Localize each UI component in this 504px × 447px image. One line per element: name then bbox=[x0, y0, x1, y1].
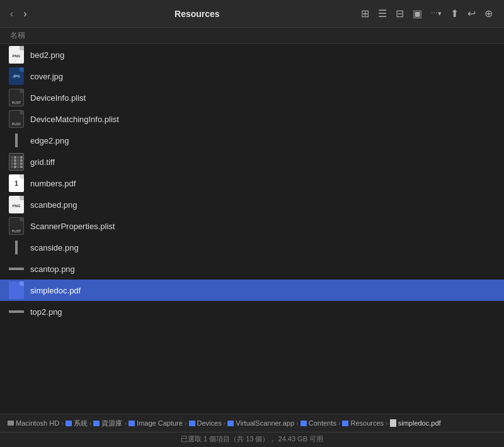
breadcrumb-item-icon bbox=[390, 419, 396, 427]
file-name: grid.tiff bbox=[30, 157, 55, 167]
file-row[interactable]: top2.png bbox=[0, 301, 504, 322]
breadcrumb-item-icon bbox=[8, 421, 14, 426]
list-view-icon[interactable]: ☰ bbox=[374, 5, 391, 22]
file-row[interactable]: 1numbers.pdf bbox=[0, 173, 504, 194]
breadcrumb-label: VirtualScanner.app bbox=[236, 419, 294, 427]
file-row[interactable]: PNGscanbed.png bbox=[0, 194, 504, 215]
file-list: PNGbed2.pngJPGcover.jpgPLISTDeviceInfo.p… bbox=[0, 44, 504, 414]
breadcrumb-separator: › bbox=[338, 419, 341, 427]
breadcrumb-label: Image Capture bbox=[137, 419, 183, 427]
breadcrumb-item-icon bbox=[227, 421, 234, 426]
grid-view-icon[interactable]: ⊞ bbox=[357, 5, 373, 22]
breadcrumb-separator: › bbox=[296, 419, 299, 427]
file-name: cover.jpg bbox=[30, 72, 63, 81]
file-icon-png: PNG bbox=[8, 46, 25, 64]
breadcrumb-item[interactable]: Resources bbox=[342, 419, 384, 427]
breadcrumb-item[interactable]: Image Capture bbox=[129, 419, 183, 427]
breadcrumb-item[interactable]: 系統 bbox=[66, 419, 88, 428]
breadcrumb-label: Devices bbox=[197, 419, 222, 427]
forward-button[interactable]: › bbox=[21, 7, 29, 21]
file-icon-plist: PLIST bbox=[8, 217, 25, 235]
breadcrumb-item[interactable]: Devices bbox=[189, 419, 222, 427]
breadcrumb-label: 系統 bbox=[74, 419, 88, 428]
breadcrumb: Macintosh HD› 系統› 資源庫› Image Capture› De… bbox=[0, 414, 504, 432]
breadcrumb-item[interactable]: Macintosh HD bbox=[8, 419, 59, 427]
gallery-view-icon[interactable]: ▣ bbox=[409, 5, 426, 22]
file-name: DeviceInfo.plist bbox=[30, 93, 86, 103]
file-name: scantop.png bbox=[30, 264, 75, 274]
breadcrumb-item: simpledoc.pdf bbox=[390, 419, 441, 427]
file-row[interactable]: PLISTScannerProperties.plist bbox=[0, 215, 504, 237]
breadcrumb-separator: › bbox=[185, 419, 187, 427]
breadcrumb-item[interactable]: Contents bbox=[301, 419, 336, 427]
breadcrumb-item-icon bbox=[66, 421, 72, 426]
file-icon-bar bbox=[8, 303, 25, 320]
breadcrumb-item-icon bbox=[342, 421, 348, 426]
file-row[interactable]: JPGcover.jpg bbox=[0, 65, 504, 87]
file-name: ScannerProperties.plist bbox=[30, 222, 115, 231]
undo-icon[interactable]: ↩ bbox=[464, 5, 479, 22]
share-icon[interactable]: ⬆ bbox=[447, 5, 462, 22]
breadcrumb-label: Contents bbox=[309, 419, 336, 427]
back-button[interactable]: ‹ bbox=[8, 7, 16, 21]
view-more-icon[interactable]: ⋯▾ bbox=[427, 7, 445, 20]
breadcrumb-separator: › bbox=[61, 419, 64, 427]
file-icon-plist: PLIST bbox=[8, 89, 25, 106]
file-row[interactable]: simpledoc.pdf bbox=[0, 280, 504, 301]
breadcrumb-item[interactable]: VirtualScanner.app bbox=[227, 419, 294, 427]
file-name: numbers.pdf bbox=[30, 179, 76, 188]
file-icon-png: PNG bbox=[8, 196, 25, 213]
breadcrumb-separator: › bbox=[224, 419, 226, 427]
file-name: DeviceMatchingInfo.plist bbox=[30, 115, 119, 124]
name-column-label: 名稱 bbox=[10, 31, 25, 40]
file-icon-slash bbox=[8, 132, 25, 149]
file-icon-simpledoc bbox=[8, 281, 25, 299]
file-row[interactable]: edge2.png bbox=[0, 130, 504, 151]
breadcrumb-label: Macintosh HD bbox=[16, 419, 59, 427]
breadcrumb-label: simpledoc.pdf bbox=[398, 419, 441, 427]
file-icon-plist: PLIST bbox=[8, 110, 25, 128]
breadcrumb-separator: › bbox=[386, 419, 388, 427]
breadcrumb-item-icon bbox=[93, 421, 100, 426]
breadcrumb-item-icon bbox=[301, 421, 307, 426]
file-name: scanside.png bbox=[30, 243, 79, 252]
file-row[interactable]: PNGbed2.png bbox=[0, 44, 504, 65]
window-title: Resources bbox=[37, 9, 357, 19]
titlebar: ‹ › Resources ⊞ ☰ ⊟ ▣ ⋯▾ ⬆ ↩ ⊕ bbox=[0, 0, 504, 28]
file-icon-pdf_num: 1 bbox=[8, 174, 25, 192]
file-icon-slash bbox=[8, 239, 25, 256]
file-row[interactable]: scantop.png bbox=[0, 258, 504, 280]
breadcrumb-item-icon bbox=[189, 421, 195, 426]
file-icon-jpg: JPG bbox=[8, 67, 25, 85]
column-header: 名稱 bbox=[0, 28, 504, 44]
file-name: simpledoc.pdf bbox=[30, 286, 81, 295]
file-name: bed2.png bbox=[30, 50, 64, 60]
file-name: scanbed.png bbox=[30, 200, 77, 210]
nav-buttons: ‹ › bbox=[8, 7, 30, 21]
file-row[interactable]: PLISTDeviceInfo.plist bbox=[0, 87, 504, 108]
toolbar-actions: ⊞ ☰ ⊟ ▣ ⋯▾ ⬆ ↩ ⊕ bbox=[357, 5, 496, 22]
file-icon-bar bbox=[8, 260, 25, 278]
breadcrumb-separator: › bbox=[89, 419, 92, 427]
breadcrumb-separator: › bbox=[124, 419, 127, 427]
breadcrumb-label: Resources bbox=[350, 419, 384, 427]
statusbar: Macintosh HD› 系統› 資源庫› Image Capture› De… bbox=[0, 414, 504, 447]
file-icon-tiff bbox=[8, 153, 25, 171]
breadcrumb-item[interactable]: 資源庫 bbox=[93, 419, 122, 428]
status-text: 已選取 1 個項目（共 13 個）， 24.43 GB 可用 bbox=[0, 433, 504, 447]
file-name: edge2.png bbox=[30, 136, 69, 145]
column-view-icon[interactable]: ⊟ bbox=[392, 5, 408, 22]
file-row[interactable]: scanside.png bbox=[0, 237, 504, 258]
file-name: top2.png bbox=[30, 307, 62, 317]
more-options-icon[interactable]: ⊕ bbox=[481, 5, 496, 22]
breadcrumb-item-icon bbox=[129, 421, 135, 426]
file-row[interactable]: grid.tiff bbox=[0, 151, 504, 173]
file-row[interactable]: PLISTDeviceMatchingInfo.plist bbox=[0, 108, 504, 130]
breadcrumb-label: 資源庫 bbox=[101, 419, 122, 428]
